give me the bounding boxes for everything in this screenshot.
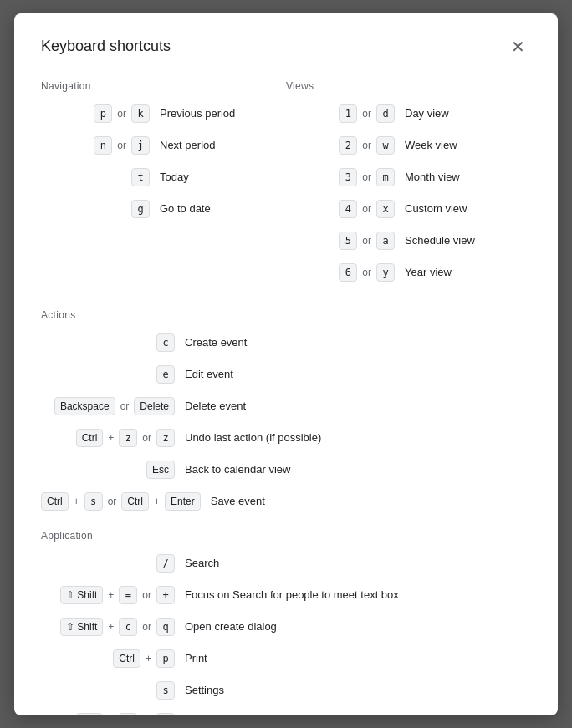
shortcut-row: 6 or y Year view [286,261,531,284]
key-j: j [131,136,150,155]
shortcut-label: Focus on Search for people to meet text … [185,588,399,601]
separator: or [360,267,373,278]
separator: or [140,432,153,444]
separator: or [140,621,153,633]
shortcut-row: n or j Next period [41,134,286,157]
keys-group: p or k [41,104,150,123]
navigation-section: Navigation p or k Previous period n or j… [41,80,286,293]
key-ctrl2: Ctrl [121,492,149,511]
separator: or [360,171,373,183]
separator: or [115,140,128,151]
key-s: s [156,681,175,700]
key-s: s [84,492,103,511]
shortcut-row: 3 or m Month view [286,165,531,189]
application-section: Application / Search ⇧ Shift + = or + Fo… [41,530,531,715]
keys-group: e [41,365,175,384]
shortcut-label: Go to date [160,202,211,215]
key-shift: ⇧ Shift [60,618,103,636]
plus: + [144,653,153,664]
key-ctrl: Ctrl [113,649,140,668]
keys-group: t [41,168,150,186]
separator: or [360,235,373,247]
key-p: p [156,649,175,668]
keys-group: ⇧ Shift + c or q [41,618,175,636]
shortcut-row: c Create event [41,331,531,354]
separator: or [360,108,373,120]
key-ctrl: Ctrl [76,429,104,447]
key-q: q [156,618,175,636]
key-y: y [376,263,395,282]
key-c: c [156,333,175,352]
key-1: 1 [339,104,357,123]
key-backspace: Backspace [54,397,115,415]
keys-group: 5 or a [286,232,395,250]
shortcut-row: Esc Back to calendar view [41,458,531,481]
key-c: c [119,618,137,636]
key-k: k [131,104,150,123]
key-slash: / [119,713,137,715]
key-esc: Esc [146,461,175,479]
key-a: a [376,232,395,250]
key-e: e [156,365,175,384]
key-2: 2 [339,136,357,155]
shortcut-label: Month view [405,171,460,183]
navigation-title: Navigation [41,80,286,92]
key-5: 5 [339,232,357,250]
shortcut-label: Week view [405,139,457,151]
shortcut-row: ⇧ Shift + = or + Focus on Search for peo… [41,583,531,607]
application-title: Application [41,530,531,542]
shortcut-label: Print [185,652,207,664]
shortcut-row: 5 or a Schedule view [286,229,531,252]
shortcut-label: Day view [405,107,449,120]
keys-group: 3 or m [286,168,395,186]
keys-group: s [41,681,175,700]
shortcut-label: Delete event [185,400,246,412]
key-z2: z [156,429,175,447]
key-shift: ⇧ Shift [60,586,103,604]
shortcut-row: Ctrl + / or ? Open shortcut help [41,710,531,715]
shortcut-label: Previous period [160,107,235,120]
shortcut-label: Custom view [405,202,467,215]
separator: or [119,400,131,412]
key-slash: / [156,554,175,573]
shortcut-row: Ctrl + z or z Undo last action (if possi… [41,426,531,450]
shortcut-label: Settings [185,684,224,696]
close-button[interactable]: ✕ [504,33,531,60]
keys-group: 2 or w [286,136,395,155]
plus: + [152,496,161,507]
keys-group: Backspace or Delete [41,397,175,415]
shortcut-label: Save event [211,495,265,507]
key-n: n [94,136,112,155]
shortcut-row: t Today [41,165,286,189]
shortcut-row: / Search [41,552,531,575]
views-title: Views [286,80,531,92]
shortcut-row: s Settings [41,679,531,702]
shortcut-label: Create event [185,336,247,349]
keyboard-shortcuts-modal: Keyboard shortcuts ✕ Navigation p or k P… [14,13,558,715]
keys-group: g [41,200,150,218]
plus: + [106,621,115,633]
key-4: 4 [339,200,357,218]
shortcut-row: 1 or d Day view [286,102,531,125]
key-m: m [376,168,395,186]
key-plus: + [156,586,175,604]
key-enter: Enter [165,492,201,511]
keys-group: n or j [41,136,150,155]
shortcut-label: Back to calendar view [185,463,290,476]
shortcut-row: 2 or w Week view [286,134,531,157]
shortcut-label: Undo last action (if possible) [185,431,321,444]
keys-group: 1 or d [286,104,395,123]
keys-group: 6 or y [286,263,395,282]
key-delete: Delete [134,397,175,415]
keys-group: / [41,554,175,573]
separator: or [140,589,153,601]
keys-group: 4 or x [286,200,395,218]
shortcut-label: Search [185,557,219,569]
key-ctrl: Ctrl [41,492,69,511]
top-sections: Navigation p or k Previous period n or j… [41,80,531,293]
plus: + [72,496,81,507]
key-x: x [376,200,395,218]
shortcut-row: g Go to date [41,197,286,221]
shortcut-row: ⇧ Shift + c or q Open create dialog [41,615,531,639]
shortcut-row: e Edit event [41,363,531,386]
